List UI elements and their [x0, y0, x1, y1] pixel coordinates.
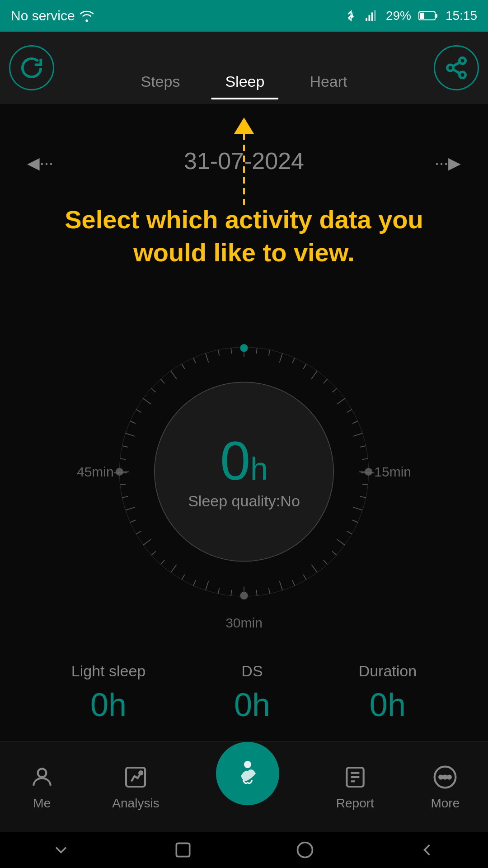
activity-message-text: Select which activity data you would lik… — [50, 203, 438, 269]
svg-line-63 — [126, 433, 135, 436]
current-date-indicator — [234, 118, 254, 134]
svg-line-62 — [122, 446, 128, 447]
status-carrier: No service — [11, 8, 94, 24]
status-bar: No service 29% 15:15 — [0, 0, 488, 32]
sleep-quality-value: No — [280, 492, 300, 509]
top-nav: Steps Sleep Heart — [0, 32, 488, 104]
svg-line-16 — [256, 348, 257, 354]
next-date-button[interactable]: ···▶ — [426, 145, 470, 182]
stat-light-sleep-value: 0h — [90, 686, 127, 723]
svg-line-38 — [324, 560, 328, 565]
home-center-circle — [216, 742, 279, 805]
svg-line-73 — [218, 350, 220, 356]
nav-more[interactable]: More — [431, 764, 460, 811]
nav-me[interactable]: Me — [28, 764, 56, 811]
dial-center: 0h Sleep quality:No — [188, 434, 300, 510]
analysis-icon — [122, 764, 149, 791]
svg-point-81 — [140, 771, 143, 774]
svg-line-24 — [337, 398, 345, 404]
tab-steps[interactable]: Steps — [118, 64, 202, 99]
nav-me-label: Me — [33, 796, 51, 811]
svg-line-71 — [193, 358, 196, 363]
sleep-time-display: 0h — [220, 434, 268, 488]
svg-line-53 — [151, 551, 156, 555]
svg-line-51 — [171, 565, 177, 572]
svg-line-33 — [353, 507, 362, 510]
svg-point-75 — [240, 344, 248, 352]
svg-line-18 — [280, 353, 283, 362]
nav-analysis-label: Analysis — [112, 796, 159, 811]
svg-line-12 — [453, 62, 460, 66]
share-icon — [444, 56, 469, 80]
svg-point-8 — [460, 58, 466, 64]
svg-line-40 — [303, 575, 306, 580]
svg-line-43 — [269, 588, 270, 594]
sleep-hours-value: 0 — [220, 430, 250, 491]
svg-line-74 — [231, 348, 231, 354]
svg-line-58 — [122, 496, 128, 498]
date-nav: ◀··· 31-07-2024 ···▶ — [0, 118, 488, 182]
sleep-hours-unit: h — [250, 451, 268, 486]
svg-line-55 — [136, 531, 141, 534]
tab-sleep[interactable]: Sleep — [202, 64, 287, 99]
svg-rect-3 — [371, 13, 373, 21]
svg-line-27 — [353, 433, 362, 436]
refresh-button[interactable] — [9, 45, 54, 90]
svg-rect-6 — [435, 14, 437, 18]
me-icon — [28, 764, 56, 791]
svg-rect-1 — [366, 18, 367, 21]
svg-line-35 — [347, 531, 352, 534]
more-icon — [432, 764, 459, 791]
dial-label-45min: 45min— — [77, 464, 127, 480]
nav-report-label: Report — [336, 796, 374, 811]
sys-down-button[interactable] — [47, 836, 75, 863]
svg-line-11 — [453, 69, 460, 73]
svg-point-10 — [460, 72, 466, 78]
svg-line-64 — [130, 421, 136, 423]
prev-date-button[interactable]: ◀··· — [18, 145, 62, 182]
svg-line-69 — [171, 371, 177, 378]
svg-point-9 — [447, 65, 454, 71]
svg-line-21 — [311, 371, 317, 378]
svg-line-59 — [120, 484, 126, 485]
stat-ds: DS 0h — [234, 662, 270, 723]
stat-light-sleep-label: Light sleep — [71, 662, 145, 680]
svg-point-0 — [85, 19, 88, 22]
svg-point-89 — [444, 775, 447, 778]
svg-line-68 — [161, 379, 165, 384]
svg-line-66 — [143, 398, 151, 404]
sys-home-button[interactable] — [291, 836, 319, 863]
tab-heart[interactable]: Heart — [287, 64, 370, 99]
report-icon — [342, 764, 369, 791]
svg-line-26 — [352, 421, 358, 423]
share-button[interactable] — [434, 45, 479, 90]
svg-line-50 — [182, 575, 184, 580]
nav-analysis[interactable]: Analysis — [112, 764, 159, 811]
battery-icon — [418, 10, 438, 21]
nav-report[interactable]: Report — [336, 764, 374, 811]
status-right: 29% 15:15 — [344, 9, 477, 23]
date-text: 31-07-2024 — [184, 147, 304, 175]
svg-point-90 — [448, 775, 451, 778]
home-brand-icon — [230, 755, 266, 792]
status-time: 15:15 — [446, 9, 477, 23]
svg-rect-2 — [368, 15, 370, 21]
svg-line-49 — [193, 580, 196, 586]
svg-point-78 — [240, 592, 248, 599]
sys-back-button[interactable] — [413, 836, 441, 863]
bluetooth-icon — [344, 9, 358, 23]
activity-message: Select which activity data you would lik… — [50, 203, 438, 269]
sleep-quality-display: Sleep quality:No — [188, 492, 300, 510]
carrier-text: No service — [11, 8, 75, 24]
svg-line-34 — [352, 520, 358, 522]
sys-recents-button[interactable] — [169, 836, 197, 863]
svg-line-20 — [303, 364, 306, 369]
sleep-quality-label: Sleep quality: — [188, 492, 280, 509]
nav-home[interactable] — [216, 769, 279, 805]
svg-line-39 — [311, 565, 317, 572]
svg-rect-4 — [374, 10, 376, 21]
nav-more-label: More — [431, 796, 460, 811]
svg-line-36 — [337, 539, 345, 545]
svg-line-54 — [143, 539, 151, 545]
sleep-stats: Light sleep 0h DS 0h Duration 0h — [0, 644, 488, 741]
